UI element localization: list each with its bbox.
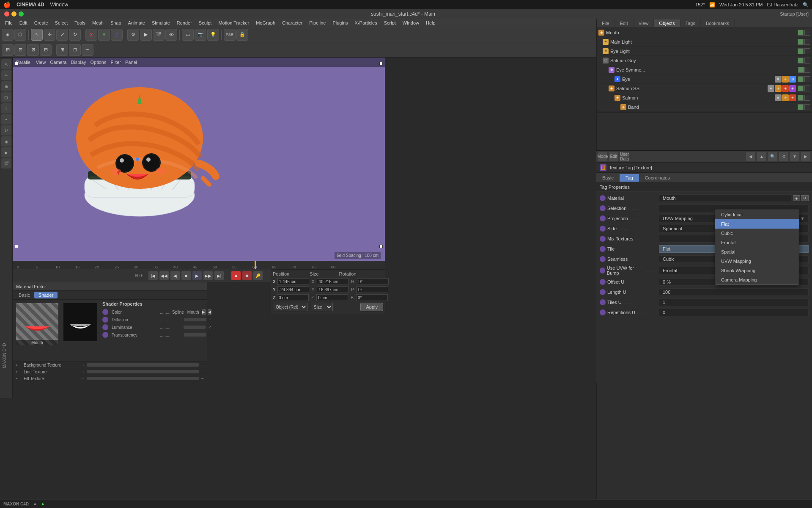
axis-y[interactable]: Y xyxy=(98,29,110,41)
record-btn[interactable]: ● xyxy=(231,271,241,280)
mode-model[interactable]: ◈ xyxy=(2,29,14,41)
om-tab-view[interactable]: View xyxy=(634,19,654,27)
obj-salmonguy[interactable]: ⬡ Salmon Guy xyxy=(597,56,812,65)
tp-y-size[interactable] xyxy=(317,286,348,293)
fullscreen-button[interactable] xyxy=(19,11,24,17)
go-end[interactable]: ▶| xyxy=(214,271,224,280)
obj-salmonguy-vis[interactable] xyxy=(798,58,804,64)
obj-eyesymme-lock[interactable] xyxy=(804,67,810,73)
om-tab-file[interactable]: File xyxy=(597,19,615,27)
menu-simulate[interactable]: Simulate xyxy=(149,19,173,26)
obj-mainlight[interactable]: ☀ Main Light xyxy=(597,37,812,47)
menu-plugins[interactable]: Plugins xyxy=(329,19,351,26)
tp-z-size[interactable] xyxy=(316,294,348,301)
tp-mat-btn1[interactable]: ◈ xyxy=(793,195,800,201)
obj-eyelight-lock[interactable] xyxy=(804,48,810,54)
ls-pointer[interactable]: ↖ xyxy=(1,59,11,69)
sp-color-btn2[interactable]: ◀ xyxy=(208,309,211,315)
vp-options-menu[interactable]: Options xyxy=(91,60,107,65)
pp-tab-tag[interactable]: Tag xyxy=(620,174,639,182)
ls-edge[interactable]: ⌇ xyxy=(1,103,11,113)
render-settings[interactable]: ⚙ xyxy=(127,29,139,41)
anims[interactable]: ⊢ xyxy=(82,44,93,56)
sp-trans-minus[interactable]: − xyxy=(209,333,211,337)
render-to-po[interactable]: ▶ xyxy=(140,29,152,41)
pp-arrow-search[interactable]: 🔍 xyxy=(768,152,777,161)
pp-tab-coordinates[interactable]: Coordinates xyxy=(639,174,676,182)
obj-salmon-lock[interactable] xyxy=(804,95,810,101)
obj-mainlight-lock[interactable] xyxy=(804,39,810,45)
menu-create[interactable]: Create xyxy=(31,19,51,26)
sp-fill-dot[interactable]: • xyxy=(16,376,22,381)
dd-frontal[interactable]: Frontal xyxy=(715,238,799,247)
pp-tab-basic[interactable]: Basic xyxy=(596,174,620,182)
om-tab-tags[interactable]: Tags xyxy=(680,19,701,27)
obj-eyesymme-vis[interactable] xyxy=(798,67,804,73)
obj-mainlight-vis[interactable] xyxy=(798,39,804,45)
dd-flat[interactable]: Flat xyxy=(715,219,799,229)
dd-spatial[interactable]: Spatial xyxy=(715,247,799,257)
apply-button[interactable]: Apply xyxy=(360,303,383,311)
vp-display-menu[interactable]: Display xyxy=(71,60,86,65)
pp-arrow-settings[interactable]: ⚙ xyxy=(779,152,788,161)
tool-rotate[interactable]: ↻ xyxy=(69,29,81,41)
om-tab-bookmarks[interactable]: Bookmarks xyxy=(701,19,735,27)
ls-paint[interactable]: ✏ xyxy=(1,70,11,80)
obj-salmonguy-lock[interactable] xyxy=(804,58,810,64)
ls-sculpt[interactable]: ⊕ xyxy=(1,81,11,91)
playhead[interactable] xyxy=(255,261,256,269)
pp-arrow-down[interactable]: ▼ xyxy=(790,152,799,161)
ls-uvw[interactable]: U xyxy=(1,125,11,135)
menu-pipeline[interactable]: Pipeline xyxy=(306,19,329,26)
obj-band[interactable]: ◈ Band xyxy=(597,102,812,112)
search-icon[interactable]: 🔍 xyxy=(803,2,809,8)
grid-h[interactable]: ⊞ xyxy=(56,44,68,56)
menu-character[interactable]: Character xyxy=(279,19,305,26)
tp-x-size[interactable] xyxy=(317,278,348,285)
ls-anim[interactable]: ▶ xyxy=(1,147,11,157)
obj-eye-lock[interactable] xyxy=(804,76,810,82)
tp-h-rot[interactable] xyxy=(357,278,389,285)
lock-btn[interactable]: 🔒 xyxy=(236,29,248,41)
menu-edit[interactable]: Edit xyxy=(16,19,30,26)
snap-2d[interactable]: ⊡ xyxy=(14,44,26,56)
om-tab-edit[interactable]: Edit xyxy=(615,19,634,27)
layout-selector[interactable]: Startup [User] xyxy=(778,11,812,17)
menu-render[interactable]: Render xyxy=(174,19,195,26)
obj-salmon-vis[interactable] xyxy=(798,95,804,101)
ls-point[interactable]: • xyxy=(1,114,11,124)
vp-view-menu[interactable]: View xyxy=(36,60,46,65)
tp-y-pos[interactable] xyxy=(277,286,309,293)
tool-scale[interactable]: ⤢ xyxy=(56,29,68,41)
obj-mouth-vis[interactable] xyxy=(798,30,804,36)
prev-key[interactable]: ◀◀ xyxy=(159,271,169,280)
pp-userdata-tab[interactable]: User Data xyxy=(620,152,629,161)
camera-obj[interactable]: 📷 xyxy=(195,29,206,41)
ls-poly[interactable]: ⬡ xyxy=(1,92,11,102)
ls-mat[interactable]: ◈ xyxy=(1,136,11,146)
obj-eyelight[interactable]: ☀ Eye Light xyxy=(597,47,812,56)
menu-snap[interactable]: Snap xyxy=(107,19,124,26)
tp-z-pos[interactable] xyxy=(277,294,309,301)
tp-object-type[interactable]: Object (Rel) Object (Abs) World xyxy=(273,303,307,311)
obj-eyesymme[interactable]: ⊕ Eye Symme... xyxy=(597,65,812,75)
vp-camera-menu[interactable]: Camera xyxy=(50,60,66,65)
menu-mesh[interactable]: Mesh xyxy=(89,19,107,26)
pp-arrow-up[interactable]: ▲ xyxy=(757,152,766,161)
sp-bg-minus[interactable]: − xyxy=(201,362,204,367)
obj-mouth-lock[interactable] xyxy=(804,30,810,36)
sp-line-dot[interactable]: • xyxy=(16,370,22,374)
sp-color-btn1[interactable]: ▶ xyxy=(202,309,206,315)
obj-salmonss[interactable]: ◈ Salmon SS ■ ◈ ◈ ◈ xyxy=(597,84,812,93)
dd-cubic[interactable]: Cubic xyxy=(715,229,799,238)
vp-panel-menu[interactable]: Panel xyxy=(125,60,137,65)
auto-key[interactable]: ⏺ xyxy=(242,271,252,280)
vp-filter-menu[interactable]: Filter xyxy=(110,60,121,65)
obj-eye[interactable]: ● Eye ■ ◈ ◨ xyxy=(597,75,812,84)
menu-script[interactable]: Script xyxy=(381,19,399,26)
menu-animate[interactable]: Animate xyxy=(125,19,148,26)
mode-texture[interactable]: ⬡ xyxy=(14,29,26,41)
sp-line-minus[interactable]: − xyxy=(201,369,204,374)
projection-dropdown[interactable]: Cylindrical Flat Cubic Frontal Spatial U… xyxy=(715,210,799,285)
tp-mat-btn2[interactable]: ↺ xyxy=(801,195,809,201)
